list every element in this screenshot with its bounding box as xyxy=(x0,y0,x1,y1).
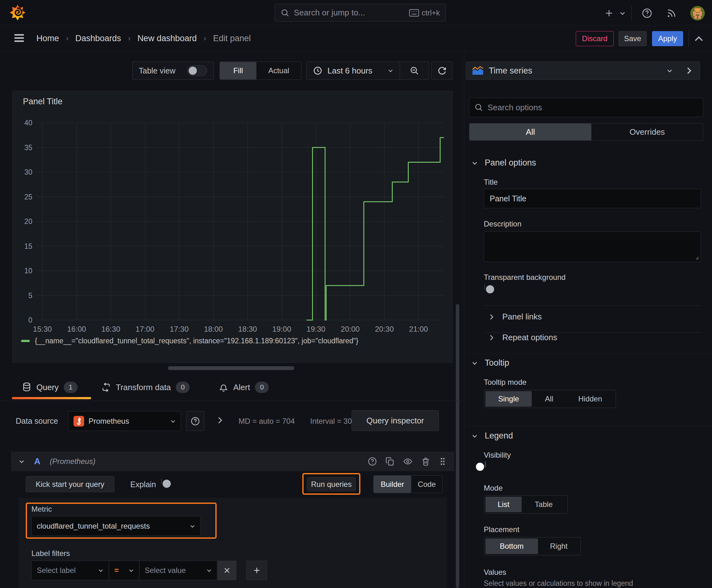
section-repeat-options[interactable]: Repeat options xyxy=(489,333,557,342)
global-search[interactable]: ctrl+k xyxy=(275,4,446,22)
datasource-help-button[interactable] xyxy=(186,411,204,431)
legend-title: Legend xyxy=(485,431,513,441)
query-collapse-chevron-down-icon[interactable] xyxy=(19,458,25,465)
time-picker-group: Last 6 hours xyxy=(306,62,429,80)
fill-option[interactable]: Fill xyxy=(220,62,257,80)
expand-stats-chevron-right-icon[interactable] xyxy=(217,417,223,424)
legend-placement-label: Placement xyxy=(484,525,519,534)
legend-list-option[interactable]: List xyxy=(486,497,522,512)
breadcrumb-dashboards[interactable]: Dashboards xyxy=(75,34,121,43)
tab-query-badge: 1 xyxy=(64,382,78,393)
panel-preview[interactable]: Panel Title 051015202530354015:3016:0016… xyxy=(12,91,453,363)
active-tab-indicator xyxy=(12,397,91,399)
breadcrumb-separator: › xyxy=(66,34,68,43)
tab-query[interactable]: Query 1 xyxy=(22,382,78,393)
kick-start-query-button[interactable]: Kick start your query xyxy=(26,476,114,492)
select-value-dropdown[interactable]: Select value xyxy=(140,561,217,580)
drag-handle-icon[interactable] xyxy=(438,457,447,466)
query-help-icon[interactable] xyxy=(368,457,377,466)
breadcrumb-home[interactable]: Home xyxy=(37,34,59,43)
section-panel-options[interactable]: Panel options xyxy=(472,158,536,168)
transparent-background-toggle[interactable] xyxy=(484,284,485,290)
grafana-logo[interactable] xyxy=(9,3,26,22)
toggle-options-pane-button[interactable] xyxy=(678,62,700,80)
explain-toggle[interactable] xyxy=(161,478,162,484)
query-refid[interactable]: A xyxy=(34,457,41,466)
metric-select[interactable]: cloudflared_tunnel_total_requests xyxy=(31,516,201,536)
tooltip-single-option[interactable]: Single xyxy=(486,391,532,407)
question-circle-icon xyxy=(191,417,200,426)
delete-query-trash-icon[interactable] xyxy=(421,457,430,466)
add-chevron-down-icon[interactable] xyxy=(619,10,626,16)
zoom-out-button[interactable] xyxy=(400,66,429,76)
duplicate-query-icon[interactable] xyxy=(385,457,395,466)
query-row-header[interactable]: A (Prometheus) xyxy=(11,452,454,471)
code-option[interactable]: Code xyxy=(411,476,442,493)
tab-transform-data[interactable]: Transform data 0 xyxy=(102,382,190,393)
panel-title-input[interactable] xyxy=(484,189,701,208)
section-legend[interactable]: Legend xyxy=(472,431,513,441)
description-field[interactable] xyxy=(484,231,701,262)
visualization-picker[interactable]: Time series xyxy=(466,62,679,80)
refresh-button[interactable] xyxy=(431,62,452,80)
tab-alert[interactable]: Alert 0 xyxy=(219,382,269,393)
legend-table-option[interactable]: Table xyxy=(522,497,566,512)
svg-text:21:00: 21:00 xyxy=(409,325,428,333)
search-icon xyxy=(474,103,483,112)
section-divider xyxy=(464,354,712,354)
menu-hamburger-icon[interactable] xyxy=(13,33,25,43)
panel-options-title: Panel options xyxy=(485,158,536,168)
news-rss-icon[interactable] xyxy=(666,8,677,19)
vertical-scrollbar[interactable] xyxy=(456,304,459,588)
options-search[interactable] xyxy=(469,98,703,117)
datasource-picker[interactable]: Prometheus xyxy=(68,411,181,431)
help-icon[interactable] xyxy=(642,8,652,19)
chevron-right-icon xyxy=(489,314,494,320)
hide-query-eye-icon[interactable] xyxy=(403,457,413,466)
svg-text:20: 20 xyxy=(24,217,33,226)
visibility-label: Visibility xyxy=(484,451,511,460)
actual-option[interactable]: Actual xyxy=(257,62,301,80)
select-label-dropdown[interactable]: Select label xyxy=(31,561,109,580)
section-tooltip[interactable]: Tooltip xyxy=(472,358,509,368)
legend-series-label[interactable]: {__name__="cloudflared_tunnel_total_requ… xyxy=(35,337,358,345)
breadcrumb-separator: › xyxy=(128,34,131,43)
apply-button[interactable]: Apply xyxy=(652,31,683,46)
tab-overrides[interactable]: Overrides xyxy=(591,123,703,141)
collapse-pane-chevron-up-icon[interactable] xyxy=(694,35,704,43)
query-inspector-button[interactable]: Query inspector xyxy=(352,410,439,431)
add-filter-button[interactable] xyxy=(246,561,267,580)
transparent-background-label: Transparent background xyxy=(484,273,566,282)
breadcrumb-new-dashboard[interactable]: New dashboard xyxy=(137,34,197,43)
horizontal-scrollbar[interactable] xyxy=(168,366,294,370)
tooltip-all-option[interactable]: All xyxy=(532,391,566,407)
run-queries-button[interactable]: Run queries xyxy=(307,477,356,491)
remove-filter-button[interactable] xyxy=(218,561,236,580)
panel-title-field[interactable] xyxy=(484,189,701,208)
global-search-input[interactable] xyxy=(294,8,405,18)
builder-option[interactable]: Builder xyxy=(373,476,411,493)
svg-text:35: 35 xyxy=(24,144,33,152)
close-icon xyxy=(223,567,231,574)
legend-bottom-option[interactable]: Bottom xyxy=(486,538,538,554)
options-search-input[interactable] xyxy=(488,103,698,112)
time-range-picker[interactable]: Last 6 hours xyxy=(307,66,400,76)
time-series-chart[interactable]: 051015202530354015:3016:0016:3017:0017:3… xyxy=(13,110,453,336)
save-button[interactable]: Save xyxy=(619,31,647,46)
tooltip-hidden-option[interactable]: Hidden xyxy=(566,391,614,407)
section-panel-links[interactable]: Panel links xyxy=(489,312,542,322)
add-icon[interactable] xyxy=(604,8,614,18)
operator-dropdown[interactable]: = xyxy=(109,561,139,580)
tab-all[interactable]: All xyxy=(469,123,591,141)
chart-legend[interactable]: {__name__="cloudflared_tunnel_total_requ… xyxy=(21,337,358,345)
chevron-down-icon xyxy=(472,360,478,366)
resize-handle-icon[interactable] xyxy=(694,255,699,260)
table-view-toggle[interactable] xyxy=(187,65,207,76)
legend-visibility-toggle[interactable] xyxy=(485,461,486,467)
legend-right-option[interactable]: Right xyxy=(538,538,580,554)
section-divider xyxy=(464,426,712,426)
svg-text:30: 30 xyxy=(24,168,33,176)
user-avatar[interactable] xyxy=(690,6,705,21)
discard-button[interactable]: Discard xyxy=(576,31,614,46)
transform-icon xyxy=(102,383,111,392)
